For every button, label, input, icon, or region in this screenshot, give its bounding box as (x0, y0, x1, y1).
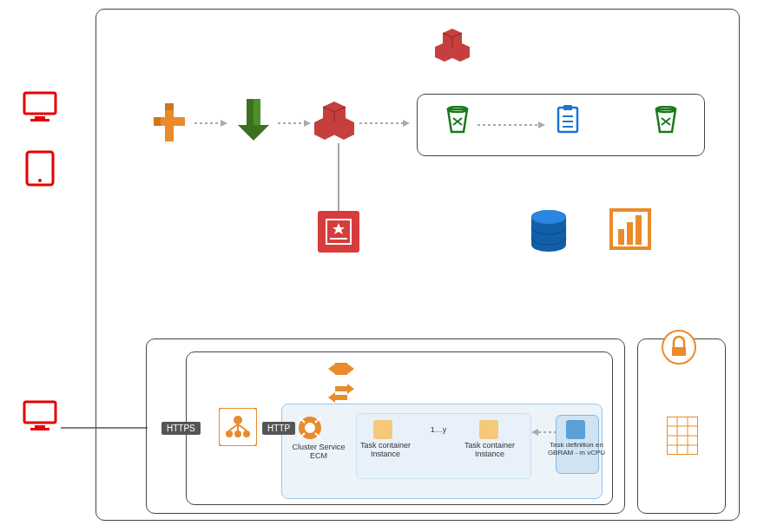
svg-rect-32 (24, 402, 56, 423)
bucket-icon (653, 106, 679, 135)
svg-rect-16 (558, 108, 577, 132)
load-balancer-icon (219, 408, 257, 446)
http-label: HTTP (262, 422, 295, 435)
certificate-manager-icon (318, 211, 359, 253)
svg-rect-29 (618, 229, 624, 245)
autoscaling-icon (326, 358, 356, 380)
svg-rect-34 (30, 428, 49, 430)
target-group-icon (297, 415, 323, 441)
svg-point-27 (531, 210, 566, 224)
ecr-icon (662, 330, 696, 365)
arrow-icon (478, 122, 547, 128)
arrow-icon (194, 120, 229, 127)
svg-rect-44 (335, 363, 347, 375)
task-definition-icon (566, 420, 585, 439)
distribution-icon (432, 26, 472, 66)
task-definition-label: Task definition en GBRAM - m vCPU (547, 441, 606, 456)
dynamodb-icon (528, 208, 570, 253)
svg-point-4 (38, 179, 42, 182)
svg-rect-50 (566, 420, 585, 439)
connector-line (61, 427, 148, 429)
task-list-icon (556, 104, 580, 134)
svg-point-37 (234, 416, 242, 424)
svg-rect-2 (30, 119, 49, 122)
task2-label: Task container Instance (462, 441, 517, 458)
arrow-icon (278, 120, 313, 127)
task-range-label: 1…y (425, 425, 451, 434)
svg-rect-17 (563, 105, 572, 110)
cloudwatch-icon (608, 207, 653, 252)
svg-point-38 (226, 430, 233, 437)
client-desktop-icon (22, 399, 58, 432)
task-container-icon (479, 420, 498, 439)
cloudfront-icon (150, 100, 188, 145)
svg-point-46 (305, 423, 315, 433)
svg-rect-52 (672, 347, 686, 356)
cluster-label: Cluster Service ECM (288, 443, 349, 460)
client-tablet-icon (24, 149, 56, 187)
svg-rect-0 (24, 93, 56, 114)
bucket-icon (445, 106, 471, 135)
svg-rect-1 (35, 116, 45, 119)
grid-icon (667, 417, 698, 455)
svg-point-39 (234, 430, 241, 437)
svg-rect-31 (636, 215, 642, 245)
svg-rect-30 (627, 222, 633, 245)
connector-line (337, 143, 340, 211)
svg-point-40 (243, 430, 250, 437)
arrow-icon (531, 429, 556, 436)
client-desktop-icon (22, 90, 58, 123)
svg-rect-8 (154, 117, 161, 126)
api-gateway-icon (313, 100, 356, 140)
svg-rect-7 (165, 103, 174, 110)
arrow-icon (359, 120, 412, 127)
task1-label: Task container Instance (359, 441, 412, 458)
svg-rect-48 (479, 420, 498, 439)
https-label: HTTPS (161, 422, 201, 435)
svg-rect-47 (373, 420, 392, 439)
svg-rect-33 (35, 425, 45, 428)
autoscaling-icon (326, 384, 356, 403)
svg-rect-11 (247, 99, 254, 125)
s3-icon (234, 95, 273, 142)
task-container-icon (373, 420, 392, 439)
